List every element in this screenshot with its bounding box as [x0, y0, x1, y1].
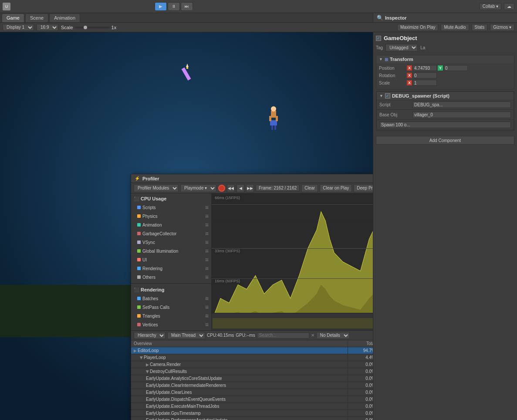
module-color-dot	[137, 267, 141, 270]
module-item[interactable]: SetPass Calls ≡	[131, 303, 211, 312]
module-item[interactable]: VSync ≡	[131, 238, 211, 247]
svg-point-6	[271, 106, 276, 112]
prev-button[interactable]: ◀	[237, 184, 244, 192]
table-row[interactable]: EarlyUpdate.ClearIntermediateRenderers 0…	[131, 382, 373, 389]
rx-axis-label: X	[407, 73, 412, 78]
sx-axis-label: X	[407, 80, 412, 85]
thread-select[interactable]: Main Thread	[167, 332, 205, 339]
rotation-values: X	[407, 72, 511, 78]
stats-button[interactable]: Stats	[472, 24, 488, 31]
table-row[interactable]: ▶Camera.Render 0.0% 0.0% 1 0 B 0.00	[131, 361, 373, 368]
mute-button[interactable]: Mute Audio	[441, 24, 469, 31]
position-x-group: X	[407, 65, 437, 71]
td-overview: EarlyUpdate.ClearLines	[131, 389, 348, 396]
module-color-dot	[137, 314, 141, 318]
table-row[interactable]: EarlyUpdate.DispatchEventQueueEvents 0.0…	[131, 396, 373, 403]
tab-scene[interactable]: Scene	[25, 14, 48, 22]
spawn-value[interactable]: Spawn 100 o...	[379, 122, 511, 128]
modules-select[interactable]: Profiler Modules	[134, 184, 179, 192]
search-clear-button[interactable]: ✕	[311, 333, 314, 338]
transform-header[interactable]: ▼ ⊞ Transform	[376, 55, 514, 63]
cloud-button[interactable]: ☁	[504, 3, 514, 10]
frame-display: Frame: 2162 / 2162	[256, 185, 300, 191]
module-dots-icon: ≡	[205, 239, 209, 246]
td-total: 4.4%	[348, 354, 373, 361]
inspector-body: GameObject Tag Untagged La ▼ ⊞ Transform	[373, 32, 517, 420]
table-row[interactable]: ▶DestroyCullResults 0.0% 0.0% 1 0 B 0.00	[131, 368, 373, 375]
cpu-usage-header[interactable]: ⬛ CPU Usage	[131, 194, 211, 203]
module-item[interactable]: Vertices ≡	[131, 320, 211, 329]
module-item[interactable]: Global Illumination ≡	[131, 247, 211, 255]
tab-animation[interactable]: Animation	[49, 14, 80, 22]
td-overview: EarlyUpdate.DispatchEventQueueEvents	[131, 396, 348, 403]
td-overview: ▶PlayerLoop	[131, 354, 348, 361]
scale-x-input[interactable]	[413, 80, 437, 86]
position-y-input[interactable]	[444, 65, 468, 71]
position-y-group: Y	[438, 65, 468, 71]
module-item-label: GarbageCollector	[142, 231, 203, 236]
expand-arrow-icon: ▶	[134, 349, 137, 353]
step-button[interactable]: ⏭	[181, 2, 193, 11]
module-item[interactable]: Batches ≡	[131, 294, 211, 303]
script-header[interactable]: ▼ DEBUG_spawner (Script)	[376, 91, 514, 100]
module-item[interactable]: Scripts ≡	[131, 203, 211, 212]
table-row[interactable]: EarlyUpdate.PerformanceAnalyticsUpdate 0…	[131, 417, 373, 420]
tag-select[interactable]: Untagged	[385, 44, 418, 51]
module-item[interactable]: Physics ≡	[131, 212, 211, 220]
rotation-x-input[interactable]	[413, 72, 437, 78]
table-row[interactable]: ▶EditorLoop 94.7% 94.7% 2 0 B 38.05	[131, 347, 373, 354]
prev-frame-button[interactable]: ◀◀	[227, 184, 235, 192]
td-overview: EarlyUpdate.ExecuteMainThreadJobs	[131, 403, 348, 410]
display-select[interactable]: Display 1	[3, 24, 34, 31]
clear-button[interactable]: Clear	[301, 184, 318, 192]
module-item[interactable]: Animation ≡	[131, 220, 211, 229]
module-item[interactable]: Others ≡	[131, 273, 211, 281]
table-row[interactable]: ▶PlayerLoop 4.4% 0.2% 2 0 B 1.78	[131, 354, 373, 361]
collab-area: Collab ▾ ☁	[480, 3, 514, 10]
deep-profile-button[interactable]: Deep Profile	[354, 184, 373, 192]
search-input[interactable]	[257, 332, 309, 339]
module-item[interactable]: UI ≡	[131, 255, 211, 264]
collab-button[interactable]: Collab ▾	[480, 3, 501, 10]
td-total: 0.0%	[348, 375, 373, 382]
td-total: 0.0%	[348, 403, 373, 410]
th-overview[interactable]: Overview	[131, 340, 348, 347]
clear-on-play-button[interactable]: Clear on Play	[320, 184, 352, 192]
playmode-select[interactable]: Playmode ▾	[180, 184, 216, 192]
hierarchy-select[interactable]: Hierarchy	[134, 332, 166, 339]
script-active-checkbox[interactable]	[385, 93, 390, 98]
module-item[interactable]: Triangles ≡	[131, 312, 211, 320]
add-component-button[interactable]: Add Component	[376, 136, 514, 145]
scale-slider-track[interactable]	[75, 27, 110, 28]
gizmos-button[interactable]: Gizmos ▾	[490, 24, 514, 31]
aspect-select[interactable]: 16:9	[37, 24, 58, 31]
profiler-chart	[212, 193, 373, 330]
module-item[interactable]: Rendering ≡	[131, 264, 211, 273]
th-total[interactable]: Total	[348, 340, 373, 347]
tab-game[interactable]: Game	[2, 14, 24, 22]
module-item[interactable]: GarbageCollector ≡	[131, 229, 211, 238]
separator-1	[131, 283, 211, 284]
chart-mini-thumb	[213, 318, 373, 329]
table-row[interactable]: EarlyUpdate.GpuTimestamp 0.0% 0.0% 1 0 B…	[131, 410, 373, 417]
gameobject-active-checkbox[interactable]	[376, 36, 381, 41]
pause-button[interactable]: ⏸	[168, 2, 180, 11]
rendering-icon: ⬛	[134, 288, 139, 292]
maximize-button[interactable]: Maximize On Play	[397, 24, 439, 31]
details-select[interactable]: No Details	[316, 332, 350, 339]
module-item-label: Others	[142, 275, 203, 280]
rendering-header[interactable]: ⬛ Rendering	[131, 285, 211, 294]
scene-tab-label: Scene	[30, 15, 44, 20]
record-button[interactable]	[218, 185, 225, 192]
scale-values: X	[407, 80, 511, 86]
table-row[interactable]: EarlyUpdate.ExecuteMainThreadJobs 0.0% 0…	[131, 403, 373, 410]
layer-label: La	[420, 45, 425, 50]
table-row[interactable]: EarlyUpdate.AnalyticsCoreStatsUpdate 0.0…	[131, 375, 373, 382]
table-row[interactable]: EarlyUpdate.ClearLines 0.0% 0.0% 1 0 B 0…	[131, 389, 373, 396]
fps-16-line	[212, 278, 373, 279]
next-button[interactable]: ▶▶	[246, 184, 254, 192]
chart-area[interactable]: 66ms (15FPS) 33ms (30FPS) 16ms (60FPS) S…	[212, 193, 373, 330]
play-button[interactable]: ▶	[155, 2, 167, 11]
position-x-input[interactable]	[413, 65, 437, 71]
inspector-title: Inspector	[385, 15, 407, 20]
